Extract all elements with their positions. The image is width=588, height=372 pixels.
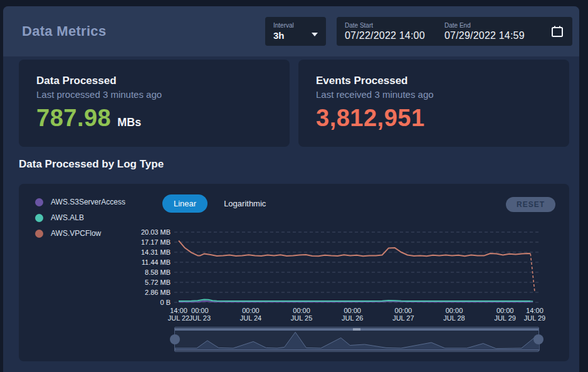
data-processed-card: Data Processed Last processed 3 minutes … (19, 60, 290, 147)
plot-svg (174, 231, 539, 304)
date-start-label: Date Start (345, 22, 425, 29)
y-tick-label: 8.58 MB (35, 269, 171, 276)
x-tick-label: 00:00JUL 29 (494, 307, 515, 322)
y-tick-label: 2.86 MB (35, 289, 171, 296)
brush-handle-right[interactable] (533, 334, 543, 344)
date-start-value: 07/22/2022 14:00 (345, 30, 425, 41)
chart-card: AWS.S3ServerAccess AWS.ALB AWS.VPCFlow L… (19, 184, 569, 361)
x-tick-label: 14:00JUL 22 (168, 307, 189, 322)
x-tick-label: 00:00JUL 24 (240, 307, 261, 322)
section-title: Data Processed by Log Type (19, 158, 164, 171)
page-title: Data Metrics (22, 23, 106, 40)
y-tick-label: 11.44 MB (35, 259, 171, 266)
x-tick-label: 00:00JUL 28 (443, 307, 465, 322)
reset-button[interactable]: RESET (506, 197, 555, 212)
x-tick-label: 00:00JUL 25 (291, 307, 312, 322)
interval-label: Interval (273, 22, 318, 29)
series-line-AWS.VPCFlow (179, 241, 530, 257)
minimap-area-chart (175, 327, 540, 353)
x-axis-labels: 14:00JUL 2200:00JUL 2300:00JUL 2400:00JU… (174, 307, 539, 323)
x-tick-label: 00:00JUL 23 (189, 307, 211, 322)
data-processed-value: 787.98 (36, 105, 111, 132)
scale-toggle: Linear Logarithmic (162, 194, 266, 213)
legend-label: AWS.S3ServerAccess (51, 198, 125, 206)
events-processed-value: 3,812,951 (316, 105, 425, 132)
x-tick-label: 14:00JUL 29 (524, 307, 545, 322)
date-start-group[interactable]: Date Start 07/22/2022 14:00 (345, 22, 425, 41)
interval-value: 3h (273, 30, 285, 41)
data-processed-unit: MBs (117, 116, 141, 129)
card-subtitle: Last received 3 minutes ago (316, 89, 552, 100)
y-axis-labels: 20.03 MB17.17 MB14.31 MB11.44 MB8.58 MB5… (35, 231, 171, 304)
y-tick-label: 5.72 MB (35, 279, 171, 286)
summary-cards: Data Processed Last processed 3 minutes … (19, 60, 569, 145)
linear-scale-button[interactable]: Linear (162, 194, 207, 213)
date-end-group[interactable]: Date End 07/29/2022 14:59 (444, 22, 525, 41)
header: Data Metrics Interval 3h Date Start 07/2… (3, 6, 579, 56)
brush-handle-left[interactable] (170, 334, 180, 344)
timeline-brush[interactable] (174, 327, 539, 352)
date-end-label: Date End (444, 22, 525, 29)
x-tick-label: 00:00JUL 26 (342, 307, 363, 322)
y-tick-label: 20.03 MB (35, 229, 171, 236)
card-subtitle: Last processed 3 minutes ago (36, 89, 272, 100)
legend-item-alb[interactable]: AWS.ALB (35, 213, 125, 222)
logarithmic-scale-button[interactable]: Logarithmic (224, 199, 266, 208)
card-title: Events Processed (316, 75, 552, 87)
legend-label: AWS.ALB (51, 213, 84, 222)
chevron-down-icon (312, 33, 318, 36)
card-title: Data Processed (36, 75, 272, 87)
data-metrics-panel: Data Metrics Interval 3h Date Start 07/2… (3, 6, 579, 372)
calendar-icon[interactable] (550, 24, 564, 38)
date-range-picker[interactable]: Date Start 07/22/2022 14:00 Date End 07/… (337, 17, 572, 46)
minimap-bottom-bar (175, 349, 538, 351)
minimap-area-path (175, 332, 540, 351)
minimap-scrollbar-grip[interactable] (353, 328, 360, 331)
events-processed-card: Events Processed Last received 3 minutes… (298, 60, 569, 147)
y-tick-label: 17.17 MB (35, 239, 171, 246)
teal-series-dot-icon (35, 214, 43, 222)
purple-series-dot-icon (35, 198, 43, 206)
legend-item-s3serveraccess[interactable]: AWS.S3ServerAccess (35, 198, 125, 206)
date-end-value: 07/29/2022 14:59 (444, 30, 525, 41)
y-tick-label: 14.31 MB (35, 249, 171, 256)
y-tick-label: 0 B (35, 299, 171, 306)
series-line-AWS.ALB (179, 300, 530, 302)
minimap-scrollbar[interactable] (175, 328, 538, 331)
interval-select[interactable]: Interval 3h (265, 17, 326, 46)
series-dashed-tail-AWS.VPCFlow (530, 253, 535, 292)
x-tick-label: 00:00JUL 27 (392, 307, 414, 322)
